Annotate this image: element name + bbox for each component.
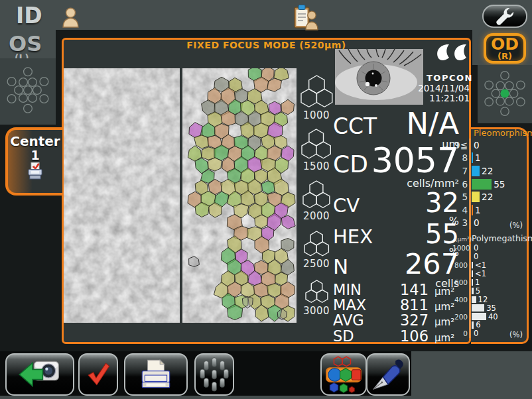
polymegathism-axis-unit: (µm²) [455,236,472,243]
right-eye-label: OD [486,36,523,52]
histogram-row: 600 1 [452,278,528,287]
stat-row: MIN 141 µm² [333,281,459,296]
histogram-row: 800 <1 [452,261,528,270]
color-analysis-icon [323,356,364,393]
pleomorphism-title: Pleomorphism [474,128,532,138]
printer-icon [138,359,174,390]
histogram-bar [472,192,480,202]
histogram-axis-label: 400 [452,296,470,304]
histogram-value: 0 [474,217,480,228]
histogram-value: 40 [488,312,498,321]
histogram-value: <1 [475,269,486,278]
histogram-bar [472,262,473,269]
histogram-row: 5 22 [452,190,528,203]
histogram-bar [472,166,480,176]
right-eye-button[interactable]: OD (R) [484,33,526,64]
histogram-value: 5 [476,286,480,296]
histogram-axis-label: 800 [452,261,470,269]
histogram-axis-label: 8 [452,152,470,163]
magnification-2000: 2000 [299,180,334,222]
wrench-icon [492,7,518,26]
cell-area-stats: MIN 141 µm² MAX 811 µm² AVG 327 µm² SD 1… [333,281,459,343]
endothelium-image [64,68,180,323]
histogram-axis-label: 0 [452,329,470,337]
histogram-axis-label: 5 [452,192,470,202]
patient-icon[interactable] [62,7,80,30]
capture-time: 11:21:01 [385,93,470,103]
histogram-axis-label: 7 [452,166,470,176]
confirm-button[interactable] [78,353,118,396]
stat-row: SD 106 µm² [333,327,459,343]
measurement-cd: CD3057 cells/mm² [333,141,459,190]
hexagon-cluster-icon [303,230,330,257]
capture-position-map-left [0,58,56,125]
histogram-row: 400 12 [452,295,528,304]
magnification-1000: 1000 [299,74,334,121]
print-button[interactable] [124,353,188,396]
annotate-button[interactable] [366,353,410,396]
hexagon-cluster-icon [300,74,334,109]
check-icon [84,362,112,387]
histogram-row: 4 1 [452,203,528,217]
magnification-1500: 1500 [299,128,334,172]
histogram-row: 6 [452,321,528,329]
specular-microscope-screen: ID OS (L) OD (R) Cen [0,0,532,399]
brand-logo: TOPCON [427,42,472,83]
histogram-bar [472,321,474,329]
histogram-value: 0 [474,252,478,261]
polymegathism-histogram: 1000 0 0 800 <1 <1 600 1 5 400 12 35 200… [452,244,528,338]
histogram-value: 35 [486,304,496,313]
pleomorphism-unit: (%) [490,221,523,230]
cell-dots-icon [196,356,232,393]
histogram-value: 12 [478,295,488,304]
polymegathism-unit: (%) [490,330,523,339]
cell-display-button[interactable] [194,353,234,396]
histogram-bar [472,279,473,286]
histogram-axis-label: 600 [452,278,470,286]
histogram-axis-label: 4 [452,205,470,215]
histogram-bar [472,205,473,215]
color-analysis-button[interactable] [320,353,367,396]
clipboard-person-icon[interactable] [293,4,318,33]
histogram-axis-label: 9≦ [452,140,470,150]
brand-name: TOPCON [427,73,472,83]
histogram-value: 0 [474,329,478,338]
histogram-bar [472,313,486,320]
histogram-row: 9≦ 0 [452,139,528,152]
histogram-row: 200 40 [452,312,528,321]
histogram-bar [472,288,474,295]
histogram-value: 22 [482,192,493,202]
histogram-row: 35 [452,304,528,312]
histogram-row: 8 1 [452,152,528,165]
stat-row: AVG 327 µm² [333,312,459,327]
tab-center-1[interactable]: Center 1 [5,127,62,196]
histogram-axis-label: 3 [452,217,470,228]
histogram-value: 1 [475,152,481,163]
histogram-value: 6 [476,320,480,329]
stat-row: MAX 811 µm² [333,296,459,312]
histogram-value: 1 [475,278,480,287]
histogram-bar [472,152,473,163]
printed-check-icon [26,161,44,180]
tab-title: Center [8,133,62,149]
histogram-axis-label: 200 [452,313,470,321]
histogram-value: <1 [475,260,486,270]
histogram-bar [472,270,473,278]
settings-button[interactable] [482,5,527,28]
histogram-value: 22 [482,166,493,176]
histogram-bar [472,296,476,304]
magnification-3000: 3000 [299,279,334,317]
capture-datetime: 2014/11/04 11:21:01 [385,84,470,103]
magnification-2500: 2500 [299,230,334,270]
histogram-row: 1000 0 [452,244,528,253]
hexagon-cluster-icon [304,279,329,304]
hexagon-cluster-icon [300,128,332,160]
back-camera-icon [17,359,62,390]
histogram-row: 6 55 [452,178,528,191]
back-to-capture-button[interactable] [5,353,74,396]
pleomorphism-histogram: 9≦ 0 8 1 7 22 6 55 5 22 4 1 3 0 [452,139,528,229]
histogram-value: 55 [494,179,505,190]
endothelium-analysis-image [182,68,297,323]
histogram-bar [472,304,484,312]
histogram-row: <1 [452,270,528,278]
